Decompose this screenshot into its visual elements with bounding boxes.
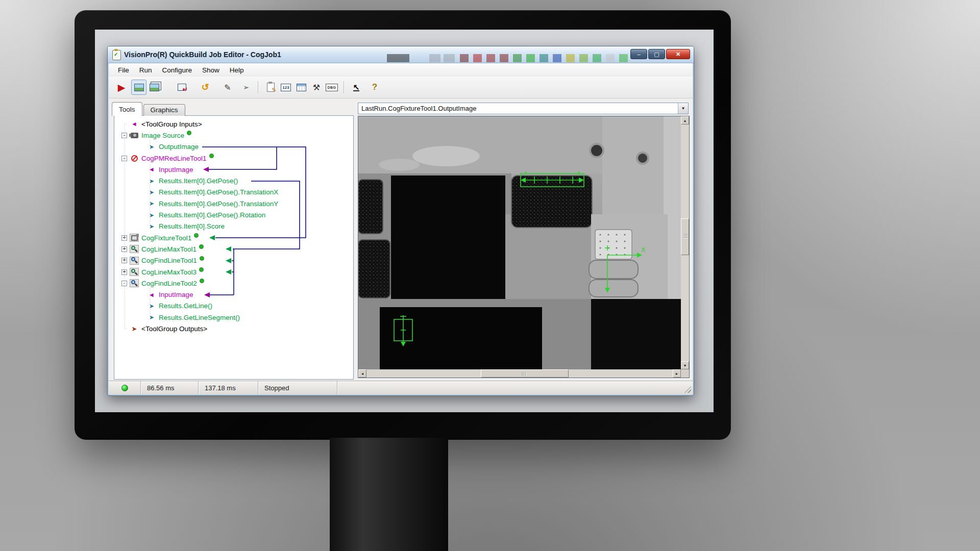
minimize-button[interactable]: – — [630, 49, 647, 59]
probe-button[interactable]: ➢ — [238, 80, 254, 95]
tree-item-inputimage[interactable]: ◄ InputImage — [114, 164, 353, 175]
scroll-up-button[interactable]: ▲ — [681, 116, 689, 124]
glass-palette-swatch — [526, 54, 535, 62]
scroll-left-button[interactable]: ◄ — [358, 369, 366, 378]
tree-item-toolgroup-inputs[interactable]: ◄ <ToolGroup Inputs> — [114, 118, 353, 130]
tree-item-cogfixturetool1[interactable]: + CogFixtureTool1 — [114, 232, 353, 243]
tool-tree: ◄ <ToolGroup Inputs> - Image Source ➤ Ou… — [114, 116, 353, 379]
spreadsheet-button[interactable] — [293, 80, 309, 95]
scroll-right-button[interactable]: ► — [673, 369, 681, 378]
resize-grip[interactable] — [684, 386, 691, 393]
menu-help[interactable]: Help — [225, 64, 249, 76]
tree-item-score[interactable]: ➤ Results.Item[0].Score — [114, 221, 353, 232]
glass-palette-swatch — [619, 54, 628, 62]
expand-icon[interactable]: + — [121, 235, 127, 241]
reset-button[interactable]: ↺ — [198, 80, 213, 95]
tree-item-getline[interactable]: ➤ Results.GetLine() — [114, 300, 353, 312]
collapse-icon[interactable]: - — [121, 133, 127, 138]
screen: VisionPro(R) QuickBuild Job Editor - Cog… — [95, 30, 714, 412]
close-button[interactable]: ✕ — [666, 49, 690, 59]
expand-icon[interactable]: + — [121, 258, 127, 263]
title-bar[interactable]: VisionPro(R) QuickBuild Job Editor - Cog… — [108, 46, 694, 63]
tree-item-label: CogFindLineTool1 — [141, 257, 197, 264]
tool-tree-panel: ◄ <ToolGroup Inputs> - Image Source ➤ Ou… — [114, 115, 354, 380]
tree-item-label: <ToolGroup Outputs> — [141, 325, 207, 333]
app-window: VisionPro(R) QuickBuild Job Editor - Cog… — [107, 46, 694, 396]
window-controls: – ▢ ✕ — [630, 49, 690, 59]
tree-item-label: Results.GetLine() — [159, 302, 212, 310]
run-icon: ▶ — [118, 82, 126, 93]
add-tool-button[interactable] — [174, 80, 189, 95]
collapse-icon[interactable]: - — [121, 281, 127, 286]
camera-icon — [130, 131, 139, 139]
show-image-pair-button[interactable] — [146, 80, 162, 95]
tree-item-inputimage2[interactable]: ◄ InputImage — [114, 289, 353, 300]
maximize-button[interactable]: ▢ — [648, 49, 665, 59]
tree-item-image-source[interactable]: - Image Source — [114, 130, 353, 141]
glass-palette-swatch — [553, 54, 561, 62]
tree-item-outputimage[interactable]: ➤ OutputImage — [114, 141, 353, 153]
glass-palette-swatch — [540, 54, 548, 62]
glass-palette-swatch — [579, 54, 588, 62]
tab-tools[interactable]: Tools — [112, 102, 142, 116]
grid-arrow-icon — [178, 84, 186, 91]
tree-item-coglinemaxtool1[interactable]: + CogLineMaxTool1 — [114, 243, 353, 255]
scroll-down-button[interactable]: ▼ — [681, 361, 689, 369]
tab-graphics[interactable]: Graphics — [143, 104, 185, 116]
menu-show[interactable]: Show — [197, 64, 225, 76]
chevron-down-icon[interactable]: ▼ — [678, 103, 688, 114]
tree-item-translationx[interactable]: ➤ Results.Item[0].GetPose().TranslationX — [114, 187, 353, 198]
status-dot — [187, 131, 191, 135]
tree-item-coglinemaxtool3[interactable]: + CogLineMaxTool3 — [114, 266, 353, 278]
settings-tools-button[interactable]: ⚒ — [309, 80, 324, 95]
tree-item-cogfindlinetool1[interactable]: + CogFindLineTool1 — [114, 255, 353, 266]
tree-item-cogpmredlinetool1[interactable]: - CogPMRedLineTool1 — [114, 153, 353, 164]
menu-bar: File Run Configure Show Help — [109, 63, 693, 77]
inspection-image[interactable]: X — [358, 116, 681, 369]
job-script-button[interactable] — [263, 80, 278, 95]
glass-palette-swatch — [513, 54, 522, 62]
help-icon: ? — [372, 82, 377, 92]
help-button[interactable]: ? — [367, 80, 382, 95]
expand-icon[interactable]: + — [121, 246, 127, 252]
tree-item-rotation[interactable]: ➤ Results.Item[0].GetPose().Rotation — [114, 209, 353, 220]
cursor-icon: ↖ — [353, 84, 360, 91]
status-dot — [209, 154, 214, 158]
input-arrow-icon: ◄ — [147, 291, 156, 299]
tree-item-translationy[interactable]: ➤ Results.Item[0].GetPose().TranslationY — [114, 198, 353, 209]
tree-item-label: CogFixtureTool1 — [141, 234, 191, 242]
vertical-scroll-thumb[interactable] — [681, 218, 689, 255]
tree-item-cogfindlinetool2[interactable]: - CogFindLineTool2 — [114, 278, 353, 289]
magnifier-icon — [130, 257, 139, 265]
display-selector-combo[interactable]: LastRun.CogFixtureTool1.OutputImage ▼ — [358, 103, 689, 114]
glass-blob-gray — [444, 54, 455, 62]
tree-item-label: InputImage — [159, 291, 193, 298]
menu-run[interactable]: Run — [134, 64, 157, 76]
glass-palette-swatch — [473, 54, 482, 62]
posted-items-button[interactable]: 123 — [278, 80, 293, 95]
tree-item-toolgroup-outputs[interactable]: ➤ <ToolGroup Outputs> — [114, 323, 353, 334]
output-arrow-icon: ➤ — [147, 188, 156, 196]
run-job-button[interactable]: ▶ — [114, 80, 129, 95]
menu-configure[interactable]: Configure — [157, 64, 198, 76]
tree-item-getpose[interactable]: ➤ Results.Item[0].GetPose() — [114, 175, 353, 186]
collapse-icon[interactable]: - — [121, 156, 127, 161]
edit-button[interactable]: ✎ — [220, 80, 235, 95]
menu-file[interactable]: File — [113, 64, 134, 76]
status-led-panel — [109, 381, 141, 394]
horizontal-scroll-thumb[interactable] — [481, 369, 569, 378]
glass-palette-swatch — [500, 54, 508, 62]
tree-item-getlinesegment[interactable]: ➤ Results.GetLineSegment() — [114, 312, 353, 323]
show-image-button[interactable] — [131, 80, 146, 95]
toolbar-separator — [258, 81, 259, 93]
expand-icon[interactable]: + — [121, 269, 127, 275]
axis-x-label: X — [641, 246, 646, 254]
pointer-mode-button[interactable]: ↖ — [349, 80, 364, 95]
vertical-scrollbar[interactable]: ▲ ▼ — [681, 116, 689, 369]
horizontal-scrollbar[interactable]: ◄ ► — [358, 369, 681, 378]
tree-item-label: Results.Item[0].Score — [159, 222, 225, 230]
debug-button[interactable]: DBG — [324, 80, 339, 95]
output-arrow-icon: ➤ — [147, 302, 156, 310]
input-arrow-icon: ◄ — [147, 165, 156, 173]
tree-item-label: Image Source — [141, 132, 184, 139]
